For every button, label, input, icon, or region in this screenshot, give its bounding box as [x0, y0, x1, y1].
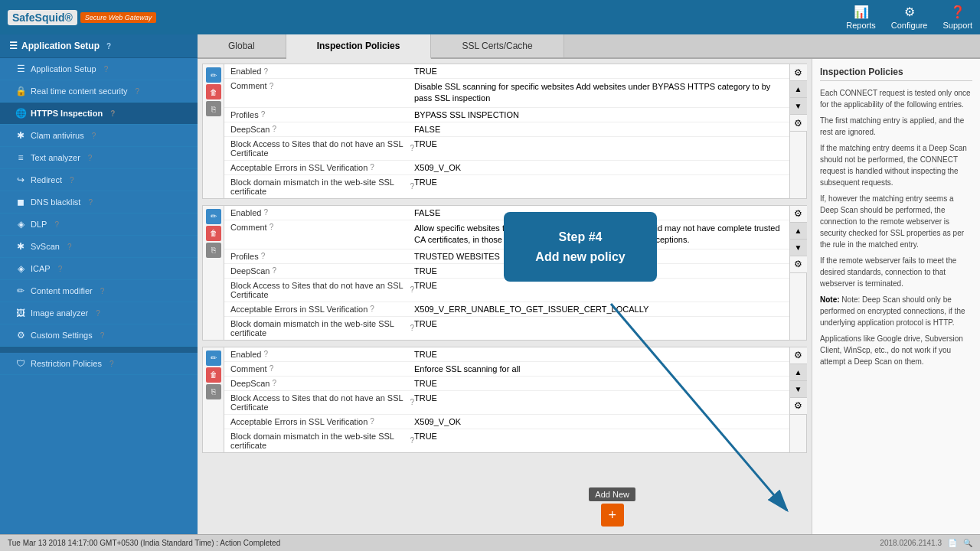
sidebar-item-realtime[interactable]: 🔒 Real time content security ?	[0, 80, 198, 103]
field-label: DeepScan ?	[230, 125, 414, 134]
help-icon: ?	[370, 417, 374, 425]
sidebar-label: HTTPS Inspection	[31, 109, 103, 118]
sidebar-label: Restriction Policies	[31, 359, 102, 368]
delete-button-1[interactable]: 🗑	[206, 84, 221, 99]
scroll-up-1[interactable]: ▲	[790, 81, 807, 98]
sidebar-item-https[interactable]: 🌐 HTTPS Inspection ?	[0, 103, 198, 125]
sidebar-item-text[interactable]: ≡ Text analyzer ?	[0, 147, 198, 169]
sidebar-item-dlp[interactable]: ◈ DLP ?	[0, 214, 198, 236]
help-icon: ?	[109, 360, 114, 368]
copy-button-3[interactable]: ⎘	[206, 384, 221, 399]
right-panel-para-4: If, however the matching entry seems a D…	[820, 193, 972, 250]
help-icon: ?	[96, 309, 100, 318]
content-area: Global Inspection Policies SSL Certs/Cac…	[198, 34, 980, 534]
copy-button-2[interactable]: ⎘	[206, 243, 221, 258]
sidebar-item-dns[interactable]: ◼ DNS blacklist ?	[0, 191, 198, 214]
sidebar-label: DLP	[31, 220, 47, 229]
custom-icon: ⚙	[15, 330, 26, 341]
section-help-icon: ?	[106, 42, 111, 51]
scroll-down-2[interactable]: ▼	[790, 240, 807, 256]
sidebar-label: Real time content security	[31, 86, 128, 96]
add-new-button[interactable]: +	[601, 504, 624, 527]
grid-icon: ☰	[9, 41, 18, 51]
help-icon: ?	[110, 109, 115, 118]
sidebar-label: Text analyzer	[31, 153, 80, 162]
policy-row: Block Access to Sites that do not have a…	[224, 279, 789, 302]
gear-button-1[interactable]: ⚙	[790, 64, 807, 81]
edit-button-2[interactable]: ✏	[206, 209, 221, 224]
bottom-right: 2018.0206.2141.3 📄 🔍	[880, 539, 972, 547]
delete-button-3[interactable]: 🗑	[206, 367, 221, 383]
sidebar-item-svscan[interactable]: ✱ SvScan ?	[0, 236, 198, 258]
gear-button-2b[interactable]: ⚙	[790, 256, 807, 273]
field-label: Block domain mismatch in the web-site SS…	[230, 178, 414, 196]
field-value: TRUE	[414, 379, 783, 388]
help-icon: ?	[92, 132, 96, 140]
sidebar-item-icap[interactable]: ◈ ICAP ?	[0, 258, 198, 280]
delete-button-2[interactable]: 🗑	[206, 226, 221, 241]
sidebar-label: DNS blacklist	[31, 197, 80, 207]
tab-ssl-certs[interactable]: SSL Certs/Cache	[431, 34, 564, 57]
sidebar-item-redirect[interactable]: ↪ Redirect ?	[0, 169, 198, 191]
version-text: 2018.0206.2141.3	[880, 539, 942, 547]
policies-container: ✏ 🗑 ⎘ Enabled ? TRUE Comment ? Disable S…	[198, 59, 812, 534]
field-label: Block domain mismatch in the web-site SS…	[230, 432, 414, 450]
sidebar-item-image[interactable]: 🖼 Image analyzer ?	[0, 302, 198, 324]
sidebar-item-restriction[interactable]: 🛡 Restriction Policies ?	[0, 353, 198, 375]
sidebar-item-clam[interactable]: ✱ Clam antivirus ?	[0, 125, 198, 147]
clam-icon: ✱	[15, 130, 26, 141]
field-label: Acceptable Errors in SSL Verification ?	[230, 417, 414, 426]
help-icon: ?	[54, 220, 59, 229]
nav-configure[interactable]: ⚙ Configure	[891, 5, 928, 30]
policy-row: Comment ? Disable SSL scanning for speci…	[224, 79, 789, 108]
policy-scroll-1: ⚙ ▲ ▼ ⚙	[789, 64, 806, 198]
scroll-down-1[interactable]: ▼	[790, 98, 807, 115]
policy-actions-1: ✏ 🗑 ⎘	[203, 64, 224, 198]
sidebar-section-title: ☰ Application Setup ?	[0, 34, 198, 58]
right-panel-para-2: The first matching entry is applied, and…	[820, 115, 972, 138]
gear-button-1b[interactable]: ⚙	[790, 115, 807, 132]
right-panel-para-6: Note: Note: Deep Scan should only be per…	[820, 294, 972, 328]
help-icon: ?	[88, 198, 93, 207]
policy-row: DeepScan ? TRUE	[224, 377, 789, 391]
reports-icon: 📊	[854, 5, 869, 19]
field-label: Block Access to Sites that do not have a…	[230, 281, 414, 299]
add-new-area: Add New +	[589, 487, 635, 527]
scroll-down-3[interactable]: ▼	[790, 381, 807, 398]
help-icon: ?	[270, 364, 274, 373]
nav-support-label: Support	[942, 21, 972, 30]
field-value: TRUE	[414, 432, 783, 441]
copy-button-1[interactable]: ⎘	[206, 101, 221, 116]
scroll-up-2[interactable]: ▲	[790, 223, 807, 240]
nav-support[interactable]: ❓ Support	[942, 5, 972, 30]
field-label: Comment ?	[230, 364, 414, 373]
policy-block-1: ✏ 🗑 ⎘ Enabled ? TRUE Comment ? Disable S…	[202, 64, 807, 199]
svscan-icon: ✱	[15, 241, 26, 252]
policy-row: Comment ? Enforce SSL scanning for all	[224, 362, 789, 377]
tab-global[interactable]: Global	[198, 34, 286, 57]
sidebar: ☰ Application Setup ? ☰ Application Setu…	[0, 34, 198, 534]
edit-button-1[interactable]: ✏	[206, 67, 221, 83]
nav-reports[interactable]: 📊 Reports	[846, 5, 876, 30]
icap-icon: ◈	[15, 263, 26, 274]
sidebar-item-custom[interactable]: ⚙ Custom Settings ?	[0, 324, 198, 347]
field-label: Comment ?	[230, 81, 414, 90]
scroll-up-3[interactable]: ▲	[790, 364, 807, 381]
field-label: Acceptable Errors in SSL Verification ?	[230, 163, 414, 172]
tab-inspection[interactable]: Inspection Policies	[286, 34, 432, 59]
step-callout-line2: Add new policy	[527, 247, 634, 267]
field-value: TRUE	[414, 319, 783, 328]
gear-button-3b[interactable]: ⚙	[790, 398, 807, 415]
help-icon: ?	[270, 82, 274, 90]
gear-button-3[interactable]: ⚙	[790, 347, 807, 364]
add-new-tooltip: Add New	[589, 487, 635, 501]
edit-button-3[interactable]: ✏	[206, 350, 221, 366]
sidebar-item-application-setup[interactable]: ☰ Application Setup ?	[0, 58, 198, 80]
gear-button-2[interactable]: ⚙	[790, 206, 807, 223]
sidebar-item-content[interactable]: ✏ Content modifier ?	[0, 280, 198, 302]
help-icon: ?	[100, 287, 105, 295]
help-icon: ?	[70, 176, 74, 184]
right-panel-para-1: Each CONNECT request is tested only once…	[820, 87, 972, 110]
policy-row: Block domain mismatch in the web-site SS…	[224, 429, 789, 452]
field-value: X509_V_OK	[414, 417, 783, 426]
